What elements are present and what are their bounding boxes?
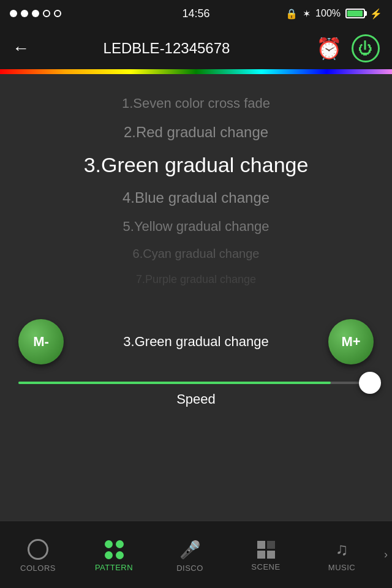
pattern-dot	[105, 551, 113, 559]
dot-5	[54, 10, 61, 17]
device-title: LEDBLE-12345678	[29, 40, 304, 57]
list-item-selected[interactable]: 3.Green gradual change	[0, 147, 392, 183]
power-icon[interactable]: ⏻	[352, 34, 380, 62]
signal-dots	[10, 10, 61, 17]
controls-section: M- 3.Green gradual change M+ Speed	[0, 307, 392, 420]
nav-item-disco[interactable]: 🎤 DISCO	[152, 533, 228, 576]
mode-list[interactable]: 1.Seven color cross fade 2.Red gradual c…	[0, 74, 392, 307]
chevron-right-icon: ›	[384, 548, 388, 561]
scene-sq	[267, 551, 275, 559]
current-mode-label: 3.Green gradual change	[64, 334, 328, 350]
scene-sq	[257, 541, 265, 549]
slider-track	[18, 382, 374, 384]
battery-percent: 100%	[315, 8, 341, 19]
dot-2	[21, 10, 28, 17]
nav-more-button[interactable]: ›	[380, 548, 392, 561]
battery-icon	[345, 9, 365, 18]
nav-item-music[interactable]: ♫ MUSIC	[304, 533, 380, 576]
nav-label-colors: COLORS	[20, 564, 56, 573]
nav-label-pattern: PATTERN	[95, 563, 133, 572]
pattern-dot	[116, 551, 124, 559]
status-bar: 14:56 🔒 ✶ 100% ⚡	[0, 0, 392, 27]
scene-sq	[257, 551, 265, 559]
list-item[interactable]: 5.Yellow gradual change	[0, 213, 392, 241]
m-minus-button[interactable]: M-	[18, 319, 64, 364]
header-icons: ⏰ ⏻	[316, 34, 380, 62]
list-item[interactable]: 1.Seven color cross fade	[0, 89, 392, 118]
timer-icon[interactable]: ⏰	[316, 36, 342, 61]
music-icon: ♫	[336, 540, 349, 559]
pattern-dot	[105, 540, 113, 548]
nav-item-colors[interactable]: COLORS	[0, 533, 76, 576]
lock-icon: 🔒	[285, 8, 298, 20]
bottom-nav: COLORS PATTERN 🎤 DISCO SCENE ♫ MUSIC ›	[0, 521, 392, 588]
speed-slider-container[interactable]	[18, 382, 374, 384]
pattern-dot	[116, 540, 124, 548]
nav-item-scene[interactable]: SCENE	[228, 535, 304, 575]
nav-item-pattern[interactable]: PATTERN	[76, 534, 152, 576]
colors-icon	[28, 539, 48, 560]
microphone-icon: 🎤	[179, 540, 201, 560]
m-plus-button[interactable]: M+	[328, 319, 374, 364]
battery-container	[345, 9, 365, 18]
bluetooth-icon: ✶	[303, 8, 311, 20]
scene-sq	[267, 541, 275, 549]
status-time: 14:56	[182, 7, 209, 20]
list-item[interactable]: 4.Blue gradual change	[0, 183, 392, 213]
back-button[interactable]: ←	[12, 39, 29, 58]
nav-label-scene: SCENE	[251, 562, 280, 571]
scene-icon	[257, 541, 275, 559]
nav-label-music: MUSIC	[328, 563, 355, 572]
list-item[interactable]: 2.Red gradual change	[0, 118, 392, 147]
speed-label: Speed	[18, 391, 374, 407]
battery-fill	[347, 10, 363, 17]
pattern-icon	[105, 540, 124, 559]
list-item[interactable]: 6.Cyan gradual change	[0, 241, 392, 267]
list-item[interactable]: 7.Purple gradual change	[0, 267, 392, 292]
nav-label-disco: DISCO	[176, 564, 203, 573]
charging-icon: ⚡	[370, 8, 382, 20]
slider-thumb[interactable]	[359, 372, 381, 394]
slider-fill	[18, 382, 331, 384]
dot-4	[43, 10, 50, 17]
mode-controls: M- 3.Green gradual change M+	[18, 319, 374, 364]
app-header: ← LEDBLE-12345678 ⏰ ⏻	[0, 27, 392, 71]
dot-1	[10, 10, 17, 17]
status-right: 🔒 ✶ 100% ⚡	[285, 8, 382, 20]
dot-3	[32, 10, 39, 17]
